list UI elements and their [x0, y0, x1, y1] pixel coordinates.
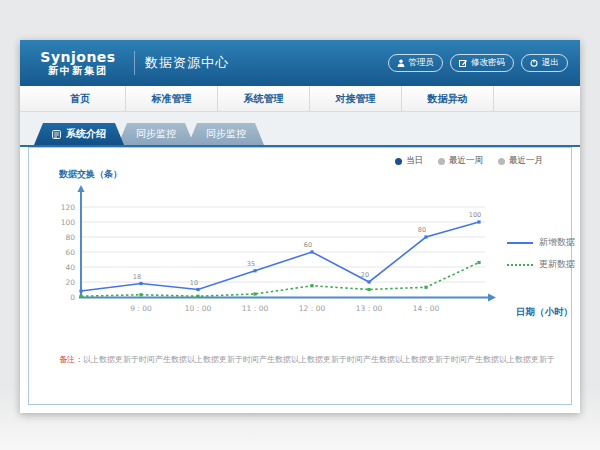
page-title: 数据资源中心: [145, 54, 229, 72]
nav-item-2[interactable]: 标准管理: [126, 86, 218, 111]
x-tick-label: 11 : 00: [242, 304, 269, 313]
x-axis-title: 日期（小时）: [516, 306, 573, 319]
tab-label: 系统介绍: [66, 127, 106, 141]
y-axis-arrow: [77, 185, 84, 192]
range-option-2[interactable]: 最近一周: [438, 155, 483, 167]
data-point: [196, 288, 199, 291]
nav-item-4[interactable]: 对接管理: [310, 86, 402, 111]
header-actions: 管理员 修改密码 退出: [388, 54, 569, 72]
tab-strip: 系统介绍 同步监控 同步监控: [20, 112, 580, 147]
data-point: [139, 293, 142, 296]
data-point: [310, 250, 313, 253]
range-option-3[interactable]: 最近一月: [498, 155, 543, 167]
range-filter: 当日最近一周最近一月: [395, 155, 543, 167]
y-tick-label: 100: [61, 218, 76, 227]
radio-dot: [498, 158, 505, 165]
chart-legend: 新增数据更新数据: [507, 236, 575, 271]
legend-line-sample: [507, 264, 533, 266]
x-tick-label: 10 : 00: [185, 304, 212, 313]
nav-item-3[interactable]: 系统管理: [218, 86, 310, 111]
y-tick-label: 80: [65, 233, 75, 242]
data-point: [367, 280, 370, 283]
data-point: [196, 295, 199, 298]
range-option-1[interactable]: 当日: [395, 155, 423, 167]
main-nav: 首页标准管理系统管理对接管理数据异动: [20, 86, 580, 112]
data-point-label: 18: [133, 273, 141, 281]
x-tick-label: 9 : 00: [130, 304, 152, 313]
data-point-label: 100: [469, 211, 481, 219]
power-icon: [530, 59, 538, 67]
data-point: [139, 282, 142, 285]
y-tick-label: 20: [65, 278, 75, 287]
nav-item-5[interactable]: 数据异动: [402, 86, 494, 111]
radio-dot: [438, 158, 445, 165]
chart-area: 0204060801001209 : 0010 : 0011 : 0012 : …: [43, 182, 575, 332]
data-point-label: 35: [247, 260, 255, 268]
content-panel: 当日最近一周最近一月 数据交换（条） 0204060801001209 : 00…: [28, 147, 572, 405]
legend-line-sample: [507, 242, 533, 244]
app-header: Synjones 新中新集团 数据资源中心 管理员 修改密码 退出: [20, 40, 580, 86]
line-chart: 0204060801001209 : 0010 : 0011 : 0012 : …: [43, 182, 521, 332]
tab-sync-monitor-2[interactable]: 同步监控: [188, 123, 264, 145]
x-axis-arrow: [488, 294, 496, 302]
radio-label: 最近一月: [509, 155, 543, 167]
tab-sync-monitor-1[interactable]: 同步监控: [118, 123, 194, 145]
y-tick-label: 40: [65, 263, 75, 272]
data-point: [79, 289, 82, 292]
document-icon: [52, 130, 61, 139]
legend-label: 新增数据: [539, 236, 575, 249]
admin-button[interactable]: 管理员: [388, 54, 444, 72]
data-point: [310, 284, 313, 287]
data-point: [477, 261, 480, 264]
edit-icon: [459, 59, 467, 67]
x-tick-label: 14 : 00: [413, 304, 440, 313]
logout-button[interactable]: 退出: [521, 54, 568, 72]
legend-label: 更新数据: [539, 258, 575, 271]
data-point: [79, 295, 82, 298]
data-point: [477, 220, 480, 223]
nav-item-1[interactable]: 首页: [34, 86, 126, 111]
data-point: [253, 292, 256, 295]
data-point-label: 10: [190, 279, 198, 287]
tab-label: 同步监控: [206, 127, 246, 141]
note-label: 备注：: [59, 355, 83, 364]
radio-label: 当日: [406, 155, 423, 167]
note-text: 以上数据更新于时间产生数据以上数据更新于时间产生数据以上数据更新于时间产生数据以…: [83, 355, 555, 364]
y-tick-label: 120: [61, 203, 76, 212]
x-tick-label: 12 : 00: [299, 304, 326, 313]
change-password-button[interactable]: 修改密码: [450, 54, 514, 72]
data-point: [253, 269, 256, 272]
data-point-label: 60: [304, 241, 312, 249]
data-point: [367, 288, 370, 291]
app-window: Synjones 新中新集团 数据资源中心 管理员 修改密码 退出 首页标准管理…: [20, 40, 580, 413]
footer-note: 备注：以上数据更新于时间产生数据以上数据更新于时间产生数据以上数据更新于时间产生…: [59, 354, 555, 365]
brand-logo: Synjones 新中新集团: [32, 50, 124, 76]
brand-logo-name: Synjones: [32, 50, 124, 65]
data-point: [424, 286, 427, 289]
y-tick-label: 60: [65, 248, 75, 257]
data-point-label: 20: [361, 271, 369, 279]
tab-system-intro[interactable]: 系统介绍: [34, 123, 124, 145]
brand-logo-company: 新中新集团: [32, 65, 124, 76]
radio-label: 最近一周: [449, 155, 483, 167]
header-divider: [134, 51, 135, 75]
x-tick-label: 13 : 00: [356, 304, 383, 313]
user-icon: [397, 59, 405, 67]
legend-item-2[interactable]: 更新数据: [507, 258, 575, 271]
y-axis-title: 数据交换（条）: [59, 168, 122, 181]
radio-dot: [395, 158, 402, 165]
tab-label: 同步监控: [136, 127, 176, 141]
data-point-label: 80: [418, 226, 426, 234]
y-tick-label: 0: [70, 293, 75, 302]
legend-item-1[interactable]: 新增数据: [507, 236, 575, 249]
data-point: [424, 235, 427, 238]
